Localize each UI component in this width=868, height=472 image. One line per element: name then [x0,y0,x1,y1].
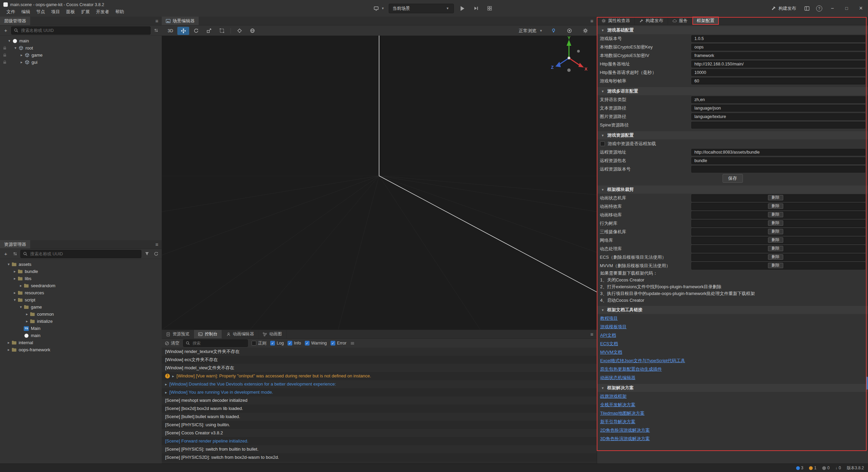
section-header-modules[interactable]: 框架模块裁剪 [597,185,868,194]
scene-select[interactable]: 当前场景 [389,4,454,13]
link-3d-rpg-solution[interactable]: 3D角色扮演游戏解决方案 [597,434,653,443]
menu-help[interactable]: 帮助 [112,9,127,15]
tab-animation-graph[interactable]: 动画图 [258,330,287,338]
asset-node-seedrandom[interactable]: seedrandom [0,282,162,289]
lock-icon[interactable] [3,62,6,64]
pivot-mode-button[interactable] [234,27,245,35]
axis-gizmo[interactable]: Y X Z [549,36,589,77]
layout-grid-button[interactable] [485,4,495,13]
asset-node-main-scene[interactable]: main [0,332,162,339]
rotate-tool-button[interactable] [190,27,202,35]
asset-node-oops-framework[interactable]: oops-framework [0,346,162,353]
expand-arrow-icon[interactable] [24,312,29,316]
assets-tab[interactable]: 资源管理器 [0,240,30,249]
expand-arrow-icon[interactable] [13,46,18,50]
link-strategy-framework[interactable]: 战旗游戏框架 [597,392,630,400]
step-button[interactable] [471,4,481,13]
scale-tool-button[interactable] [203,27,215,35]
asset-node-game[interactable]: game [0,303,162,311]
minimize-button[interactable] [825,0,840,17]
panel-menu-icon[interactable] [590,331,593,337]
log-row[interactable]: [Scene] [PHYSICS]: using builtin. [162,421,597,429]
menu-developer[interactable]: 开发者 [93,9,112,15]
section-header-language[interactable]: 游戏多语言配置 [597,87,868,95]
hierarchy-tab[interactable]: 层级管理器 [0,17,30,25]
asset-node-internal[interactable]: internal [0,339,162,346]
log-row[interactable]: [Window] render_texture文件夹不存在 [162,348,597,356]
log-row[interactable]: [Scene] [box2d]:box2d wasm lib loaded. [162,405,597,413]
tab-console[interactable]: 控制台 [194,330,222,338]
close-button[interactable] [854,0,868,17]
asset-node-assets[interactable]: assets [0,261,162,268]
info-checkbox[interactable] [288,341,292,346]
panel-menu-icon[interactable] [155,18,158,24]
text-res-path-input[interactable] [691,105,865,112]
error-checkbox[interactable] [331,341,335,346]
expand-arrow-icon[interactable] [6,262,11,267]
console-settings-button[interactable] [350,341,355,346]
log-checkbox[interactable] [270,341,275,346]
log-row[interactable]: [Scene] [PHYSICS2D]: switch from box2d-w… [162,453,597,461]
scene-camera-button[interactable] [564,27,575,35]
log-row[interactable]: [Scene] Cocos Creator v3.8.2 [162,429,597,437]
tree-node-gui[interactable]: gui [0,59,162,66]
link-animator-editor[interactable]: 动画状态机编辑器 [597,373,638,382]
expand-arrow-icon[interactable] [6,340,11,345]
tab-service[interactable]: 服务 [668,17,692,25]
link-tiledmap-solution[interactable]: Tiledmap地图解决方案 [597,409,648,417]
log-row[interactable]: [Window] You are running Vue in developm… [162,388,597,396]
create-node-button[interactable] [2,27,9,34]
lighting-toggle-button[interactable] [548,27,559,35]
game-version-input[interactable] [691,35,865,42]
link-2d-rpg-solution[interactable]: 2D角色扮演游戏解决方案 [597,426,653,434]
hierarchy-search-input[interactable] [20,28,148,33]
toggle-2d-3d-button[interactable]: 3D [164,27,176,35]
expand-arrow-icon[interactable] [19,60,24,64]
link-fullstack-solution[interactable]: 全栈开发解决方案 [597,400,638,409]
warning-count[interactable]: 1 [809,466,816,470]
spine-res-path-input[interactable] [691,122,865,129]
asset-node-main-ts[interactable]: Main [0,325,162,332]
menu-panel[interactable]: 面板 [63,9,78,15]
axis-negative-handle[interactable] [567,68,571,72]
remote-version-input[interactable] [691,166,865,173]
expand-caret-icon[interactable] [165,388,167,396]
regex-checkbox[interactable] [252,341,256,346]
menu-extension[interactable]: 扩展 [78,9,93,15]
sort-assets-button[interactable] [11,250,19,258]
tab-build-publish[interactable]: 构建发布 [635,17,668,25]
link-mvvm-docs[interactable]: MVVM文档 [597,348,625,356]
menu-edit[interactable]: 编辑 [18,9,33,15]
expand-caret-icon[interactable] [165,380,167,388]
log-row[interactable]: [Scene] meshopt wasm decoder initialized [162,396,597,405]
rect-tool-button[interactable] [216,27,228,35]
tree-node-game[interactable]: game [0,52,162,59]
link-excel-tool[interactable]: Excel格式转Json文件与TypeScript代码工具 [597,356,688,365]
section-header-game-basic[interactable]: 游戏基础配置 [597,26,868,34]
filter-log[interactable]: Log [270,341,284,346]
remote-bundle-input[interactable] [691,157,865,164]
section-header-resources[interactable]: 游戏资源配置 [597,131,868,139]
expand-arrow-icon[interactable] [12,298,17,302]
assets-search-box[interactable] [20,250,141,258]
warning-checkbox[interactable] [305,341,310,346]
save-button[interactable]: 保存 [723,174,743,183]
expand-arrow-icon[interactable] [6,348,11,352]
menu-file[interactable]: 文件 [3,9,18,15]
language-types-input[interactable] [691,96,865,103]
http-server-input[interactable] [691,61,865,67]
scene-editor-tab[interactable]: 场景编辑器 [162,17,199,25]
remote-url-input[interactable] [691,149,865,156]
log-row[interactable]: [Window] [Vue warn]: Property "onInput" … [162,372,597,380]
http-timeout-input[interactable] [691,69,865,76]
link-hotupdate-plugin[interactable]: 原生包热更新配置自动生成插件 [597,365,665,373]
layout-panels-button[interactable] [801,0,813,17]
panel-menu-icon[interactable] [155,241,158,247]
tab-framework-config[interactable]: 框架配置 [692,17,719,25]
log-row[interactable]: [Window] ecs文件夹不存在 [162,356,597,364]
scrollbar-thumb[interactable] [866,377,868,390]
crypto-key-input[interactable] [691,44,865,51]
asset-node-libs[interactable]: libs [0,275,162,282]
delete-button[interactable]: 删除 [768,195,783,200]
move-tool-button[interactable] [177,27,189,35]
